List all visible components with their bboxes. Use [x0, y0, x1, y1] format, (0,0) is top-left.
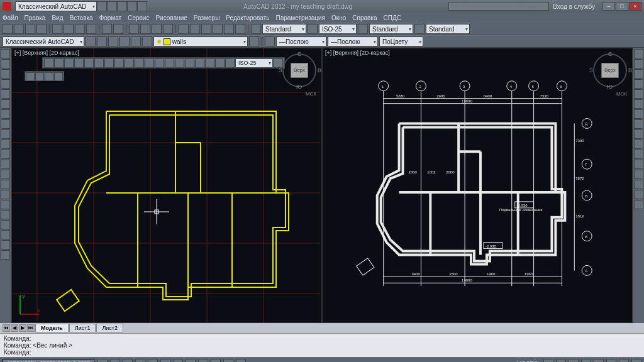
dim-jog-icon[interactable] [195, 58, 204, 68]
tablestyle-combo[interactable]: Standard [369, 24, 413, 34]
print-icon[interactable] [36, 24, 47, 34]
layer-props-icon[interactable] [86, 36, 96, 47]
snap-toggle-icon[interactable] [97, 359, 108, 363]
dim-continue-icon[interactable] [135, 58, 144, 68]
wipeout-icon[interactable] [1, 240, 10, 250]
tablestyle-icon[interactable] [358, 24, 368, 34]
erase-icon[interactable] [634, 49, 643, 58]
toolpalette-icon[interactable] [201, 24, 211, 34]
dim-update-icon[interactable] [225, 58, 235, 68]
array-icon[interactable] [634, 89, 643, 99]
match-icon[interactable] [86, 24, 96, 34]
xline-icon[interactable] [1, 210, 10, 219]
annoscale-icon[interactable] [543, 359, 553, 363]
move-icon[interactable] [634, 99, 643, 109]
polar-toggle-icon[interactable] [135, 359, 145, 363]
layer-combo[interactable]: ✹ walls [153, 36, 248, 47]
revcloud-icon[interactable] [1, 220, 10, 229]
otrack-toggle-icon[interactable] [160, 359, 170, 363]
ducs-toggle-icon[interactable] [173, 359, 183, 363]
menu-window[interactable]: Окно [331, 14, 346, 21]
close-button[interactable]: × [629, 2, 641, 11]
layer-lock-icon[interactable] [131, 36, 141, 47]
dim-break-icon[interactable] [155, 58, 164, 68]
pline-icon[interactable] [1, 59, 10, 69]
scale-icon[interactable] [634, 119, 643, 129]
join-icon[interactable] [634, 170, 643, 179]
trim-icon[interactable] [634, 140, 643, 149]
sm-4-icon[interactable] [54, 72, 63, 81]
fillet-icon[interactable] [634, 190, 643, 199]
zoom-window-icon[interactable] [152, 24, 162, 34]
sc-toggle-icon[interactable] [223, 359, 233, 363]
workspace-combo-2[interactable]: Классический AutoCAD [3, 36, 84, 47]
explode-icon[interactable] [634, 200, 643, 209]
viewport-label[interactable]: [+] [Верхняя] [2D-каркас] [325, 50, 390, 56]
pan-icon[interactable] [129, 24, 139, 34]
dim-arc-icon[interactable] [64, 58, 74, 68]
rotate-icon[interactable] [634, 109, 643, 119]
layer-off-icon[interactable] [119, 36, 130, 47]
menu-file[interactable]: Файл [3, 14, 18, 21]
menu-modify[interactable]: Редактировать [226, 14, 269, 21]
viewport-label[interactable]: [+] [Верхняя] [2D-каркас] [14, 50, 79, 56]
dimstyle-icon[interactable] [308, 24, 318, 34]
ws-switch-icon[interactable] [581, 359, 591, 363]
workspace-combo[interactable]: Классический AutoCAD [15, 1, 97, 11]
dim-baseline-icon[interactable] [125, 58, 134, 68]
model-space-button[interactable]: МОДЕЛЬ [517, 360, 541, 363]
line-icon[interactable] [1, 49, 10, 58]
layer-freeze-icon[interactable] [108, 36, 118, 47]
undo-icon[interactable] [102, 24, 112, 34]
plotstyle-combo[interactable]: ПоЦвету [379, 36, 423, 47]
textstyle-combo[interactable]: Standard [262, 24, 306, 34]
menu-parametric[interactable]: Параметризация [275, 14, 325, 21]
layer-match-icon[interactable] [142, 36, 152, 47]
copy-icon[interactable] [64, 24, 74, 34]
hatch-icon[interactable] [1, 129, 10, 139]
mlstyle-icon[interactable] [414, 24, 425, 34]
qp-toggle-icon[interactable] [211, 359, 221, 363]
sm-3-icon[interactable] [45, 72, 53, 81]
dim-angular-icon[interactable] [104, 58, 114, 68]
extend-icon[interactable] [634, 150, 643, 159]
region-icon[interactable] [1, 190, 10, 199]
menu-dimension[interactable]: Размеры [194, 14, 220, 21]
clean-screen-icon[interactable] [631, 359, 641, 363]
copy-obj-icon[interactable] [634, 59, 643, 69]
ray-icon[interactable] [1, 200, 10, 209]
isolate-icon[interactable] [619, 359, 629, 363]
drawing-canvas-right[interactable]: 1 2 3 4 5 6 Д Г В Б А [323, 48, 632, 322]
arc-icon[interactable] [1, 79, 10, 89]
point-icon[interactable] [1, 170, 10, 179]
mtext-icon[interactable] [1, 150, 10, 159]
osnap-toggle-icon[interactable] [148, 359, 158, 363]
dim-edit-icon[interactable] [205, 58, 214, 68]
dim-inspect-icon[interactable] [185, 58, 194, 68]
hardware-accel-icon[interactable] [606, 359, 616, 363]
zoom-icon[interactable] [140, 24, 150, 34]
polygon-icon[interactable] [1, 99, 10, 109]
break-icon[interactable] [634, 160, 643, 169]
coords-readout[interactable]: 18724.9651, 23238.0325, 0.0000 [3, 359, 95, 363]
tab-layout2[interactable]: Лист2 [96, 324, 123, 332]
dimstyle-inner-combo[interactable]: ISO-25 [235, 58, 273, 68]
lwt-toggle-icon[interactable] [198, 359, 208, 363]
properties-icon[interactable] [179, 24, 189, 34]
dimstyle-combo[interactable]: ISO-25 [319, 24, 357, 34]
circle-icon[interactable] [1, 69, 10, 79]
sm-1-icon[interactable] [26, 72, 35, 81]
dim-quick-icon[interactable] [114, 58, 124, 68]
linetype-combo[interactable]: — Послою [328, 36, 378, 47]
dyn-toggle-icon[interactable] [186, 359, 196, 363]
new-icon[interactable] [3, 24, 13, 34]
save-icon[interactable] [25, 24, 35, 34]
redo-icon[interactable] [113, 24, 123, 34]
viewport-right[interactable]: [+] [Верхняя] [2D-каркас] Верх С Ю З В М… [322, 48, 633, 323]
minimize-button[interactable]: – [602, 2, 615, 11]
tab-layout1[interactable]: Лист1 [69, 324, 96, 332]
qat-open-icon[interactable] [107, 1, 117, 11]
toolbar-lock-icon[interactable] [594, 359, 604, 363]
block-icon[interactable] [1, 180, 10, 189]
grid-toggle-icon[interactable] [110, 359, 120, 363]
